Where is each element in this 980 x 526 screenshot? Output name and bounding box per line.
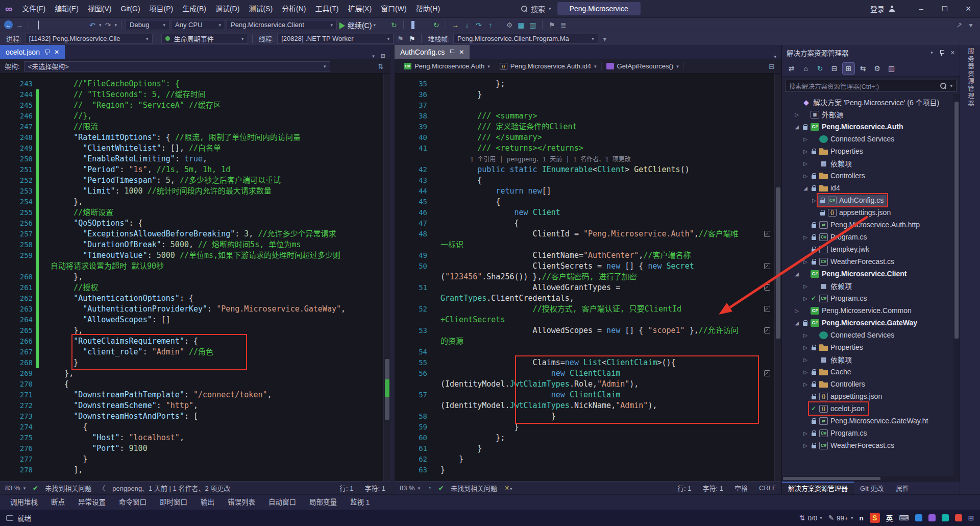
code-line[interactable]: 53 AllowedScopes = new [] { "scope1" },/… [395, 325, 781, 336]
line-number[interactable] [404, 272, 427, 282]
tree-item[interactable]: tempkey.jwk [782, 243, 960, 255]
line-number[interactable]: 59 [404, 422, 427, 433]
tree-item[interactable]: {}appsettings.json [782, 390, 960, 402]
code-line[interactable]: +ClientSecrets [395, 315, 781, 325]
minimize-button[interactable]: – [910, 0, 933, 17]
column-indicator[interactable]: 字符: 1 [703, 483, 723, 493]
code-line[interactable]: 40 /// </summary> [395, 132, 781, 143]
line-number[interactable]: 52 [404, 304, 427, 315]
code-line[interactable]: 44 return new[] [395, 186, 781, 197]
panel-tab[interactable]: 异常设置 [72, 495, 112, 510]
collapsed-tool-tab[interactable]: 服务器资源管理器 [966, 48, 975, 107]
code-line[interactable]: 246 //}, [0, 111, 390, 122]
menu-item[interactable]: 调试(D) [211, 0, 244, 17]
panel-tab[interactable]: 输出 [194, 495, 220, 510]
chevron-collapsed-icon[interactable]: ▷ [801, 332, 810, 338]
line-number[interactable]: 251 [9, 164, 33, 175]
tree-item-content[interactable]: tempkey.jwk [810, 244, 872, 255]
line-number[interactable]: 269 [9, 368, 33, 379]
chevron-collapsed-icon[interactable]: ▷ [801, 369, 810, 375]
pin-icon[interactable] [449, 49, 454, 56]
code-line[interactable]: GrantTypes.ClientCredentials, [395, 293, 781, 304]
show-all-files-icon[interactable]: ⊞ [843, 63, 854, 74]
tree-horizontal-scrollbar[interactable] [782, 476, 960, 481]
chevron-collapsed-icon[interactable]: ▷ [801, 357, 810, 363]
code-line[interactable]: 262 "AuthenticationOptions": { [0, 293, 390, 304]
properties-icon[interactable]: ⚙ [871, 63, 883, 74]
line-number[interactable]: 42 [404, 164, 427, 175]
switch-views-icon[interactable]: ⇄ [786, 63, 797, 74]
tree-item[interactable]: ◢C#Peng.Microservice.Client [782, 268, 960, 280]
sign-in-button[interactable]: 登录 [870, 4, 895, 14]
code-line[interactable]: 258 "DurationOfBreak": 5000, // 熔断的时间5s,… [0, 240, 390, 250]
tree-item-content[interactable]: ⇄Peng.Microservice.GateWay.ht [810, 415, 931, 426]
zoom-dropdown[interactable]: 83 %▾ [400, 484, 420, 492]
line-number[interactable]: 245 [9, 100, 33, 111]
chevron-expanded-icon[interactable]: ◢ [793, 320, 801, 326]
line-number[interactable]: 41 [404, 143, 427, 154]
pin-icon[interactable] [939, 50, 944, 56]
tree-item-content[interactable]: C#AuthConfig.cs [818, 195, 887, 206]
line-number[interactable]: 39 [404, 122, 427, 132]
tree-item[interactable]: ▷▦依赖项 [782, 157, 960, 170]
code-line[interactable]: 52 //授权方式, 客户端认证, 只要ClientId [395, 304, 781, 315]
solution-explorer-header[interactable]: 解决方案资源管理器 ▾ ✕ [782, 45, 960, 60]
float-window-icon[interactable]: ⊞ [381, 53, 385, 59]
code-line[interactable]: 55 Claims=new List<ClientClaim>(){ [395, 357, 781, 368]
continue-button[interactable]: ▶ 继续(C) [338, 20, 372, 30]
line-number[interactable]: 54 [404, 347, 427, 357]
show-next-statement-icon[interactable]: → [450, 21, 460, 29]
code-line[interactable]: 35 }; [395, 79, 781, 89]
code-line[interactable]: 244 // "TtlSeconds": 5, //缓存时间 [0, 89, 390, 100]
code-line[interactable]: 36 } [395, 89, 781, 100]
menu-item[interactable]: Git(G) [116, 0, 145, 17]
line-number[interactable]: 248 [9, 132, 33, 143]
tree-item[interactable]: ▷Properties [782, 341, 960, 353]
code-line[interactable]: 50 ClientSecrets = new [] { new Secret [395, 261, 781, 272]
chevron-expanded-icon[interactable]: ◢ [793, 271, 801, 277]
tree-item-content[interactable]: Connected Services [810, 329, 897, 341]
quick-action-icon[interactable] [764, 370, 770, 376]
close-tab-icon[interactable]: ✕ [54, 49, 59, 56]
line-number[interactable]: 258 [9, 240, 33, 250]
line-number[interactable]: 47 [404, 218, 427, 229]
line-number[interactable]: 260 [9, 272, 33, 282]
tree-scrollbar[interactable] [953, 94, 960, 476]
code-line[interactable]: 261 //授权 [0, 282, 390, 293]
tab-ocelot-json[interactable]: ocelot.json ✕ [0, 45, 65, 59]
new-file-icon[interactable] [33, 21, 43, 29]
code-line[interactable]: (IdentityModel.JwtClaimTypes.NickName,"A… [395, 400, 781, 411]
line-number[interactable]: 43 [404, 175, 427, 186]
footer-tab[interactable]: Git 更改 [854, 482, 890, 494]
tree-item[interactable]: ▷C#Peng.Microservice.Common [782, 304, 960, 317]
tree-item-content[interactable]: C#Program.cs [810, 427, 870, 439]
line-number[interactable]: 259 [9, 250, 33, 261]
quick-action-icon[interactable] [764, 327, 770, 333]
solution-search-input[interactable]: 搜索解决方案资源管理器(Ctrl+;) ▾ [785, 80, 957, 92]
code-line[interactable]: 49 ClientName="AuthCenter",//客户端名称 [395, 250, 781, 261]
line-number[interactable]: 250 [9, 154, 33, 164]
line-number[interactable]: 262 [9, 293, 33, 304]
tree-item[interactable]: {}appsettings.json [782, 206, 960, 219]
tree-item[interactable]: ▷▦外部源 [782, 108, 960, 121]
code-line[interactable]: 60 }; [395, 433, 781, 443]
chevron-collapsed-icon[interactable]: ▷ [801, 381, 810, 387]
chevron-collapsed-icon[interactable]: ▷ [801, 296, 810, 301]
tab-authconfig-cs[interactable]: AuthConfig.cs ✕ [395, 45, 470, 59]
scrollbar-thumb[interactable] [783, 477, 880, 480]
chevron-expanded-icon[interactable]: ◢ [801, 185, 810, 191]
code-line[interactable]: 59 } [395, 422, 781, 433]
tree-item[interactable]: ◢id4 [782, 182, 960, 194]
close-icon[interactable]: ✕ [950, 50, 955, 56]
tray-icon-blue[interactable] [915, 514, 922, 521]
continue-dropdown-icon[interactable]: ▾ [373, 22, 376, 28]
line-number[interactable]: 252 [9, 175, 33, 186]
line-number[interactable]: 270 [9, 379, 33, 390]
tree-item[interactable]: ▷▦依赖项 [782, 280, 960, 292]
tree-item[interactable]: ◆解决方案 'Peng.Microservice' (6 个项目) [782, 96, 960, 108]
tree-item-content[interactable]: C#WeatherForecast.cs [810, 256, 897, 267]
sync-with-active-document-icon[interactable]: ⇆ [857, 63, 869, 74]
repo-indicator[interactable]: n [859, 514, 863, 522]
chevron-collapsed-icon[interactable]: ▷ [801, 283, 810, 289]
scrollbar-thumb[interactable] [954, 102, 959, 339]
